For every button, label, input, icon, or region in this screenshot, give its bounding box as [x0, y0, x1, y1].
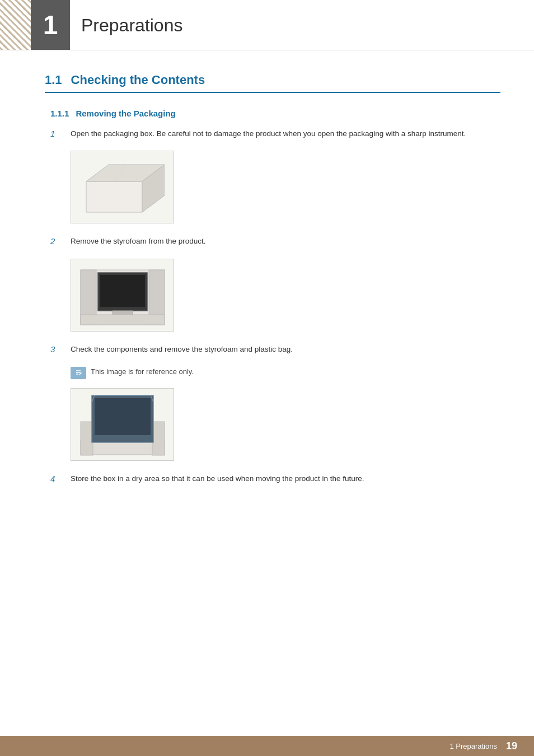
- chapter-number: 1: [43, 12, 58, 39]
- chapter-title: Preparations: [81, 15, 182, 35]
- note-box: This image is for reference only.: [71, 366, 500, 379]
- svg-rect-22: [92, 395, 153, 442]
- subsection-1-1-1-label: Removing the Packaging: [76, 109, 175, 118]
- subsection-1-1-1-title: 1.1.1Removing the Packaging: [50, 109, 500, 118]
- step-4-text: Store the box in a dry area so that it c…: [71, 473, 500, 484]
- step-1-text: Open the packaging box. Be careful not t…: [71, 128, 500, 139]
- footer-page-number: 19: [506, 740, 517, 752]
- step-2-image: [71, 259, 174, 332]
- svg-rect-11: [81, 315, 165, 325]
- footer-chapter-text: 1 Preparations: [449, 742, 497, 750]
- svg-rect-18: [81, 422, 93, 455]
- svg-marker-0: [86, 181, 142, 212]
- step-4-number: 4: [50, 474, 64, 483]
- main-content: 1.1Checking the Contents 1.1.1Removing t…: [0, 50, 534, 540]
- section-1-1-label: Checking the Contents: [71, 73, 205, 87]
- step-3: 3 Check the components and remove the st…: [50, 344, 500, 355]
- chapter-number-block: 1: [31, 0, 70, 50]
- step-1-image: [71, 151, 174, 223]
- page-footer: 1 Preparations 19: [0, 736, 534, 756]
- step-2-text: Remove the styrofoam from the product.: [71, 236, 500, 247]
- step-1-number: 1: [50, 129, 64, 138]
- step-3-image: [71, 388, 174, 461]
- step-2: 2 Remove the styrofoam from the product.: [50, 236, 500, 247]
- step-2-number: 2: [50, 236, 64, 246]
- foam-svg: [78, 262, 167, 329]
- section-1-1-title: 1.1Checking the Contents: [45, 73, 500, 93]
- section-1-1-number: 1.1: [45, 73, 62, 87]
- page-header: 1 Preparations: [0, 0, 534, 50]
- note-icon: [71, 367, 86, 379]
- svg-rect-19: [152, 422, 165, 455]
- note-text: This image is for reference only.: [91, 366, 194, 377]
- step-1: 1 Open the packaging box. Be careful not…: [50, 128, 500, 139]
- monitor-bag-svg: [78, 391, 167, 458]
- svg-rect-9: [100, 275, 145, 307]
- box-svg: [81, 156, 165, 218]
- note-pencil-icon: [73, 368, 83, 378]
- step-4: 4 Store the box in a dry area so that it…: [50, 473, 500, 484]
- subsection-1-1-1-number: 1.1.1: [50, 109, 69, 118]
- step-3-number: 3: [50, 344, 64, 354]
- step-3-text: Check the components and remove the styr…: [71, 344, 500, 355]
